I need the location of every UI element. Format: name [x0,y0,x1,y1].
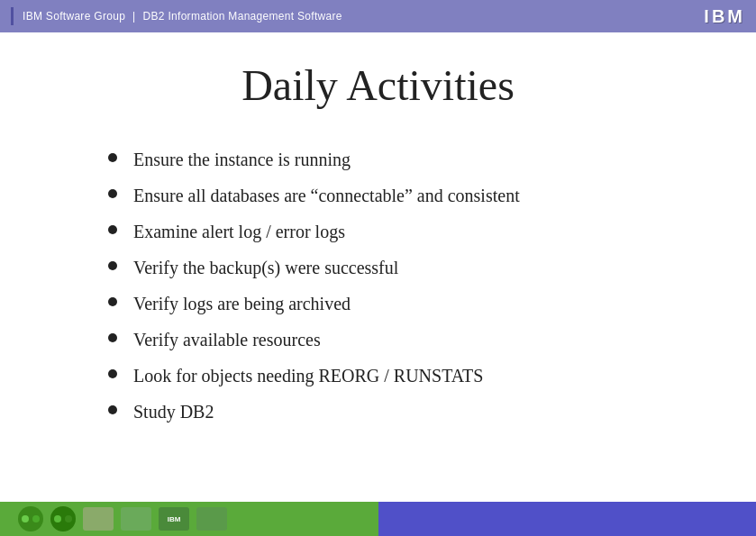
bottom-icons-container: IBM [0,502,756,536]
header-divider [11,7,14,25]
bullet-item-7: Look for objects needing REORG / RUNSTAT… [108,364,702,387]
ibm-logo: IBM [704,6,745,27]
bottom-icon-5: IBM [159,507,189,531]
bottom-icon-2 [50,506,76,531]
bullet-text-4: Verify the backup(s) were successful [133,256,398,279]
bullet-text-7: Look for objects needing REORG / RUNSTAT… [133,364,483,387]
bullet-item-6: Verify available resources [108,328,702,351]
bullet-item-8: Study DB2 [108,400,702,423]
bullet-item-2: Ensure all databases are “connectable” a… [108,184,702,207]
slide-content: Daily Activities Ensure the instance is … [0,32,756,483]
slide-title: Daily Activities [54,50,702,121]
header-separator: | [132,10,135,23]
bullet-dot-2 [108,189,117,198]
bullet-text-8: Study DB2 [133,400,214,423]
bullet-text-2: Ensure all databases are “connectable” a… [133,184,520,207]
ibm-logo-text: IBM [704,6,745,27]
bullet-item-1: Ensure the instance is running [108,148,702,171]
bullet-dot-7 [108,369,117,378]
header-company: IBM Software Group [23,10,125,23]
header-bar: IBM Software Group | DB2 Information Man… [0,0,756,32]
bullet-item-4: Verify the backup(s) were successful [108,256,702,279]
bullet-text-6: Verify available resources [133,328,321,351]
bullet-dot-1 [108,153,117,162]
bottom-icon-3 [83,507,114,531]
bullet-dot-6 [108,333,117,342]
bullet-dot-4 [108,261,117,270]
header-product: DB2 Information Management Software [143,10,342,23]
bullet-text-5: Verify logs are being archived [133,292,351,315]
bullet-item-5: Verify logs are being archived [108,292,702,315]
bottom-icon-1 [18,506,43,531]
bottom-icon-6 [196,507,227,531]
bullet-item-3: Examine alert log / error logs [108,220,702,243]
bottom-icon-4 [121,507,151,531]
bullet-dot-8 [108,405,117,414]
bullet-list: Ensure the instance is runningEnsure all… [108,148,702,423]
bullet-text-3: Examine alert log / error logs [133,220,345,243]
bullet-dot-5 [108,297,117,306]
bullet-text-1: Ensure the instance is running [133,148,351,171]
bullet-dot-3 [108,225,117,234]
header-left: IBM Software Group | DB2 Information Man… [11,7,342,25]
